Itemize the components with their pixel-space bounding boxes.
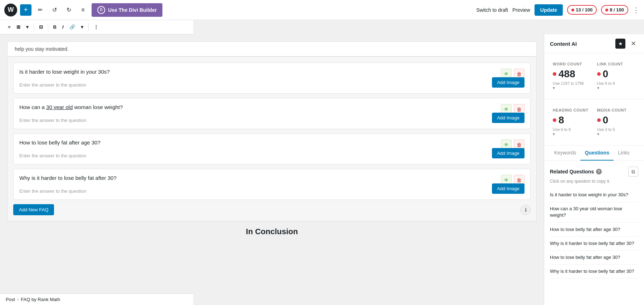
preview-button[interactable]: Preview [512, 7, 530, 13]
wp-logo[interactable]: W [4, 4, 17, 16]
panel-tabs: Keywords Questions Links [544, 146, 644, 161]
tab-keywords[interactable]: Keywords [550, 146, 580, 161]
related-question-item[interactable]: Is it harder to lose weight in your 30s? [550, 188, 638, 202]
related-question-item[interactable]: How to lose belly fat after age 30? [550, 223, 638, 237]
redo-button[interactable]: ↻ [63, 4, 74, 16]
more-formats-button[interactable]: ▾ [79, 23, 86, 31]
undo-button[interactable]: ↺ [49, 4, 60, 16]
copy-all-icon[interactable]: ⧉ [628, 167, 638, 177]
breadcrumb-page: FAQ by Rank Math [21, 297, 60, 302]
faq-item: How can a 30 year old woman lose weight?… [13, 98, 531, 129]
heading-count-chevron[interactable]: ▾ [553, 132, 591, 137]
add-image-button[interactable]: Add Image [492, 183, 525, 194]
stat-red-dot3 [553, 118, 556, 122]
editor-area: help you stay motivated. Is it harder to… [0, 34, 544, 305]
close-icon[interactable]: ✕ [628, 39, 638, 49]
related-question-item[interactable]: How can a 30 year old woman lose weight? [550, 202, 638, 222]
toolbar-separator [34, 23, 34, 31]
faq-question: How to lose belly fat after age 30? [19, 139, 101, 146]
stats-grid-2: HEADING COUNT 8 Use 6 to 9 ▾ MEDIA COUNT… [544, 99, 644, 146]
link-button[interactable]: 🔗 [67, 23, 77, 31]
related-question-item[interactable]: Why is it harder to lose belly fat after… [550, 265, 638, 279]
heading-count-label: HEADING COUNT [553, 108, 591, 112]
faq-question: Is it harder to lose weight in your 30s? [19, 69, 110, 75]
tab-links[interactable]: Links [614, 146, 634, 161]
click-hint: Click on any question to copy it. [550, 179, 638, 184]
divi-circle-icon: D [97, 6, 105, 14]
in-conclusion-heading: In Conclusion [7, 221, 537, 239]
tab-questions[interactable]: Questions [580, 146, 613, 161]
faq-item: Is it harder to lose weight in your 30s?… [13, 63, 531, 94]
word-count-badge[interactable]: 13 / 100 [567, 5, 597, 15]
word-count-value: 488 [553, 68, 591, 80]
secondary-toolbar: ≡ ⊞ ▾ ⊟ B I 🔗 ▾ ⋮ [0, 20, 193, 34]
link-count-badge[interactable]: 8 / 100 [601, 5, 628, 15]
faq-item-header: Why is it harder to lose belly fat after… [19, 175, 525, 186]
heading-count-value: 8 [553, 114, 591, 126]
stat-red-dot4 [597, 118, 601, 122]
help-icon[interactable]: ? [596, 169, 602, 174]
badge-dot [571, 9, 574, 11]
add-image-button[interactable]: Add Image [492, 113, 525, 123]
stat-red-dot [553, 72, 556, 76]
faq-item: How to lose belly fat after age 30? 👁 🗑 … [13, 133, 531, 164]
add-image-button[interactable]: Add Image [492, 148, 525, 158]
faq-question: Why is it harder to lose belly fat after… [19, 175, 117, 181]
heading-count-stat: HEADING COUNT 8 Use 6 to 9 ▾ [550, 105, 594, 139]
add-new-faq-button[interactable]: Add New FAQ [13, 204, 54, 215]
faq-item-header: How can a 30 year old woman lose weight?… [19, 104, 525, 115]
media-count-label: MEDIA COUNT [597, 108, 636, 112]
right-panel-header: Content AI ★ ✕ [544, 34, 644, 53]
info-icon[interactable]: ℹ [521, 205, 531, 215]
media-count-chevron[interactable]: ▾ [597, 132, 636, 137]
breadcrumb-post[interactable]: Post [6, 297, 15, 302]
faq-item-header: How to lose belly fat after age 30? 👁 🗑 [19, 139, 525, 150]
link-count-stat: LINK COUNT 0 Use 6 to 9 ▾ [594, 59, 639, 93]
breadcrumb-separator: › [17, 297, 19, 302]
add-block-button[interactable]: + [20, 4, 31, 16]
related-question-item[interactable]: Why is it harder to lose belly fat after… [550, 237, 638, 251]
faq-question: How can a 30 year old woman lose weight? [19, 104, 123, 110]
media-count-stat: MEDIA COUNT 0 Use 3 to 5 ▾ [594, 105, 639, 139]
list-view-button[interactable]: ≡ [6, 23, 13, 31]
options-button[interactable]: ⋮ [92, 23, 101, 31]
faq-item: Why is it harder to lose belly fat after… [13, 169, 531, 200]
grid-view-button[interactable]: ⊞ [14, 23, 23, 31]
panel-header-icons: ★ ✕ [615, 39, 638, 49]
add-image-button[interactable]: Add Image [492, 77, 525, 88]
bold-button[interactable]: B [51, 23, 59, 31]
stats-grid-1: WORD COUNT 488 Use 1197 to 1796 ▾ LINK C… [544, 53, 644, 99]
faq-answer[interactable]: Enter the answer to the question [19, 153, 525, 158]
star-icon[interactable]: ★ [615, 39, 625, 49]
chevron-down-button[interactable]: ▾ [24, 23, 31, 31]
details-button[interactable]: ≡ [77, 4, 89, 16]
main-layout: help you stay motivated. Is it harder to… [0, 34, 644, 305]
editor-top-text: help you stay motivated. [7, 41, 537, 56]
word-count-stat: WORD COUNT 488 Use 1197 to 1796 ▾ [550, 59, 594, 93]
italic-button[interactable]: I [60, 23, 66, 31]
stat-red-dot2 [597, 72, 601, 76]
toolbar-separator3 [88, 23, 89, 31]
heading-count-hint: Use 6 to 9 [553, 127, 591, 132]
link-count-chevron[interactable]: ▾ [597, 85, 636, 90]
badge2-dot [605, 9, 608, 11]
add-new-faq-area: Add New FAQ ℹ [13, 204, 531, 215]
link-count-label: LINK COUNT [597, 62, 636, 66]
faq-item-header: Is it harder to lose weight in your 30s?… [19, 69, 525, 79]
related-question-item[interactable]: How to lose belly fat after age 30? [550, 251, 638, 265]
switch-draft-button[interactable]: Switch to draft [476, 7, 508, 13]
more-options-button[interactable]: ⋮ [633, 6, 640, 14]
update-button[interactable]: Update [535, 4, 563, 16]
word-count-hint: Use 1197 to 1796 [553, 81, 591, 85]
faq-answer[interactable]: Enter the answer to the question [19, 118, 525, 123]
divi-builder-button[interactable]: D Use The Divi Builder [92, 3, 162, 17]
align-button[interactable]: ⊟ [37, 23, 45, 31]
toolbar-separator2 [48, 23, 48, 31]
faq-answer[interactable]: Enter the answer to the question [19, 82, 525, 88]
related-questions-title: Related Questions ? [550, 169, 602, 174]
faq-answer[interactable]: Enter the answer to the question [19, 188, 525, 194]
edit-icon-button[interactable]: ✏ [34, 4, 46, 16]
content-ai-title: Content AI [550, 41, 577, 47]
word-count-chevron[interactable]: ▾ [553, 85, 591, 90]
link-count-hint: Use 6 to 9 [597, 81, 636, 85]
